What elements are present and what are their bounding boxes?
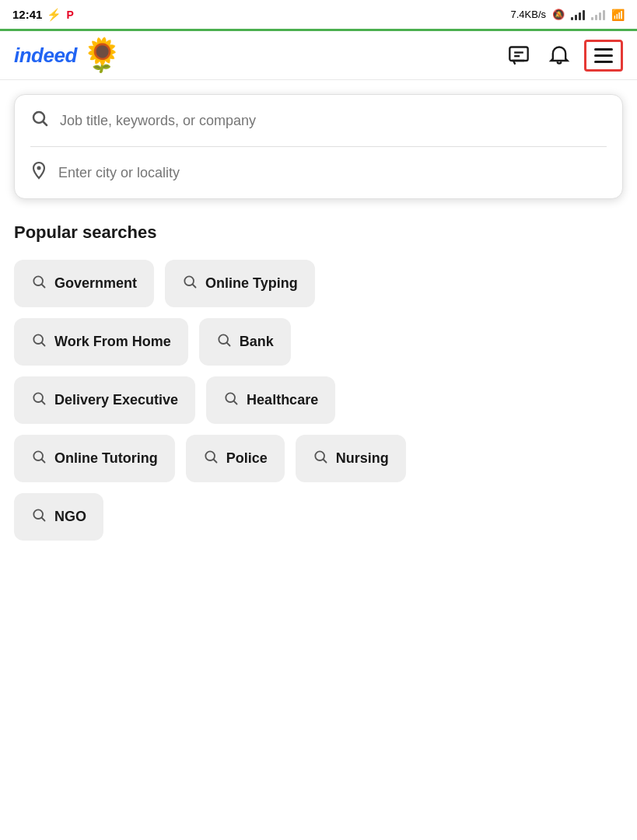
svg-line-15 <box>42 401 45 404</box>
tag-healthcare[interactable]: Healthcare <box>206 376 335 424</box>
tag-government-label: Government <box>54 275 137 292</box>
svg-line-4 <box>44 122 47 126</box>
status-right: 7.4KB/s 🔕 📶 <box>510 9 625 21</box>
svg-line-25 <box>42 518 45 521</box>
tags-row-4: Online Tutoring Police N <box>14 435 623 482</box>
wifi-icon: 📶 <box>611 9 625 21</box>
tag-online-tutoring[interactable]: Online Tutoring <box>14 435 175 482</box>
tag-delivery-executive-label: Delivery Executive <box>54 392 178 408</box>
location-search-row <box>15 147 622 198</box>
tag-search-icon <box>313 449 328 468</box>
bell-icon <box>548 44 570 66</box>
tag-search-icon <box>216 332 232 352</box>
tag-police[interactable]: Police <box>186 435 285 482</box>
status-bar: 12:41 ⚡ P 7.4KB/s 🔕 📶 <box>0 0 637 31</box>
svg-line-23 <box>323 460 326 463</box>
tag-bank-label: Bank <box>240 334 274 350</box>
hamburger-line-1 <box>594 48 613 51</box>
network-speed: 7.4KB/s <box>510 9 546 20</box>
tags-row-2: Work From Home Bank <box>14 318 623 366</box>
header: indeed 🌻 <box>0 31 637 80</box>
tag-bank[interactable]: Bank <box>199 318 291 366</box>
svg-line-11 <box>42 343 45 346</box>
tags-grid: Government Online Typing <box>14 260 623 541</box>
tags-row-3: Delivery Executive Healthcare <box>14 376 623 424</box>
tag-search-icon <box>182 274 198 293</box>
pinterest-icon: P <box>66 9 73 21</box>
tag-ngo-label: NGO <box>54 509 86 525</box>
chat-icon <box>508 44 530 66</box>
tags-row-1: Government Online Typing <box>14 260 623 307</box>
tag-police-label: Police <box>226 450 268 467</box>
tag-search-icon <box>31 507 47 527</box>
popular-searches-title: Popular searches <box>14 222 623 243</box>
location-search-input[interactable] <box>58 165 607 181</box>
flash-icon: ⚡ <box>47 8 61 22</box>
svg-line-9 <box>193 285 196 288</box>
status-left: 12:41 ⚡ P <box>12 8 74 22</box>
tag-ngo[interactable]: NGO <box>14 493 103 541</box>
tag-nursing[interactable]: Nursing <box>296 435 406 482</box>
tag-work-from-home[interactable]: Work From Home <box>14 318 188 366</box>
location-icon <box>30 161 47 184</box>
indeed-logo-text: indeed <box>14 44 77 68</box>
tag-search-icon <box>203 449 219 468</box>
tag-search-icon <box>31 274 47 293</box>
tags-row-5: NGO <box>14 493 623 541</box>
tag-government[interactable]: Government <box>14 260 154 307</box>
tag-online-typing[interactable]: Online Typing <box>165 260 315 307</box>
signal-bars-1 <box>571 9 585 20</box>
header-logo: indeed 🌻 <box>14 39 122 72</box>
menu-button[interactable] <box>584 40 623 72</box>
tag-online-tutoring-label: Online Tutoring <box>54 450 158 467</box>
chat-button[interactable] <box>503 40 534 71</box>
sunflower-emoji: 🌻 <box>82 39 122 72</box>
search-container <box>14 94 623 199</box>
signal-bars-2 <box>591 9 605 20</box>
svg-line-19 <box>42 460 45 463</box>
svg-line-21 <box>213 460 216 463</box>
tag-online-typing-label: Online Typing <box>205 275 298 292</box>
tag-search-icon <box>31 449 47 468</box>
job-search-input[interactable] <box>60 113 607 129</box>
hamburger-lines <box>594 48 613 63</box>
svg-point-5 <box>37 166 41 170</box>
time-display: 12:41 <box>12 8 42 21</box>
notification-button[interactable] <box>544 40 575 71</box>
tag-search-icon <box>223 390 239 410</box>
hamburger-line-3 <box>594 61 613 63</box>
svg-rect-0 <box>509 47 527 61</box>
tag-nursing-label: Nursing <box>336 450 389 467</box>
tag-delivery-executive[interactable]: Delivery Executive <box>14 376 195 424</box>
job-search-row <box>15 95 622 146</box>
job-search-icon <box>30 109 49 132</box>
tag-work-from-home-label: Work From Home <box>54 334 171 350</box>
tag-search-icon <box>31 332 47 352</box>
svg-line-13 <box>226 343 229 346</box>
tag-search-icon <box>31 390 47 410</box>
header-icons <box>503 40 623 72</box>
mute-icon: 🔕 <box>552 9 565 20</box>
hamburger-line-2 <box>594 54 613 57</box>
tag-healthcare-label: Healthcare <box>247 392 318 408</box>
search-section <box>0 80 637 207</box>
svg-line-7 <box>42 285 45 288</box>
svg-line-17 <box>234 401 237 404</box>
popular-searches-section: Popular searches Government <box>0 207 637 556</box>
